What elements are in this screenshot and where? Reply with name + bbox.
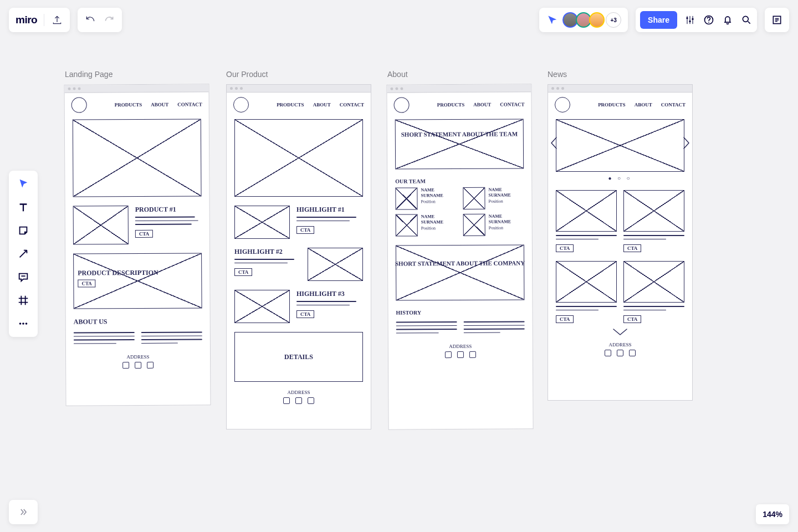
- expand-panel-icon[interactable]: [9, 500, 38, 524]
- frame-news[interactable]: PRODUCTSABOUTCONTACT ● ○ ○ CTA CTA: [548, 84, 693, 401]
- frame-label[interactable]: Landing Page: [65, 70, 112, 79]
- footer-address: ADDRESS: [388, 343, 533, 349]
- avatar[interactable]: [589, 12, 605, 28]
- cta-button: CTA: [623, 244, 641, 252]
- cursor-icon[interactable]: [546, 14, 558, 26]
- heading: HIGHLIGHT #3: [296, 290, 363, 298]
- heading: OUR TEAM: [395, 177, 524, 184]
- cta-button: CTA: [234, 268, 252, 276]
- image-placeholder: [396, 244, 525, 300]
- settings-icon[interactable]: [684, 14, 696, 26]
- image-placeholder: [395, 119, 524, 169]
- cta-button: CTA: [623, 315, 641, 323]
- heading: PRODUCT #1: [135, 205, 202, 214]
- frame-landing-page[interactable]: PRODUCTSABOUTCONTACT PRODUCT #1 CTA PROD…: [64, 84, 211, 406]
- heading: HIGHLIGHT #2: [234, 248, 301, 256]
- svg-point-5: [743, 16, 748, 22]
- search-icon[interactable]: [740, 14, 753, 26]
- social-icon: [445, 351, 452, 358]
- image-placeholder: [623, 190, 684, 232]
- social-icon: [605, 350, 611, 356]
- heading: SHORT STATEMENT ABOUT THE TEAM: [387, 130, 531, 139]
- heading: SHORT STATEMENT ABOUT THE COMPANY: [388, 259, 532, 268]
- frame-about[interactable]: PRODUCTSABOUTCONTACT SHORT STATEMENT ABO…: [386, 84, 533, 429]
- image-placeholder: [556, 190, 617, 232]
- avatar-placeholder: [396, 214, 418, 236]
- carousel-image-placeholder: [556, 119, 684, 172]
- social-icon: [457, 351, 464, 358]
- avatar-stack[interactable]: +3: [565, 12, 621, 28]
- bell-icon[interactable]: [722, 14, 734, 26]
- canvas[interactable]: Landing Page PRODUCTSABOUTCONTACT PRODUC…: [0, 55, 798, 477]
- chevron-left-icon: [549, 136, 559, 150]
- cta-button: CTA: [78, 279, 95, 287]
- image-placeholder: [73, 206, 129, 245]
- logo-placeholder: [555, 97, 570, 112]
- undo-icon[interactable]: [84, 14, 96, 26]
- export-icon[interactable]: [51, 14, 63, 26]
- avatar-overflow[interactable]: +3: [606, 12, 621, 28]
- svg-point-0: [686, 17, 688, 19]
- heading: ABOUT US: [74, 317, 202, 326]
- actions-group: Share: [636, 8, 757, 32]
- footer-address: ADDRESS: [66, 354, 210, 360]
- cta-button: CTA: [296, 310, 314, 318]
- social-icon: [629, 350, 636, 356]
- avatar-placeholder: [463, 187, 485, 209]
- carousel-dots: ● ○ ○: [556, 175, 684, 181]
- frame-label[interactable]: Our Product: [226, 70, 268, 79]
- cta-button: CTA: [135, 229, 153, 237]
- undo-redo-group: [78, 8, 122, 32]
- footer-address: ADDRESS: [548, 342, 692, 347]
- cta-button: CTA: [556, 315, 574, 323]
- logo-placeholder: [393, 97, 409, 112]
- heading: HIGHLIGHT #1: [296, 206, 363, 214]
- svg-point-4: [708, 22, 709, 23]
- chevron-down-icon: [548, 328, 692, 339]
- hero-image-placeholder: [73, 119, 202, 197]
- cta-button: CTA: [556, 244, 574, 252]
- help-icon[interactable]: [703, 14, 715, 26]
- app-menu[interactable]: miro: [9, 8, 70, 32]
- miro-logo: miro: [16, 14, 37, 26]
- social-icon: [308, 397, 314, 404]
- frame-label[interactable]: News: [548, 70, 567, 79]
- social-icon: [135, 362, 141, 369]
- social-icon: [147, 362, 154, 369]
- social-icon: [469, 351, 476, 358]
- redo-icon[interactable]: [103, 14, 115, 26]
- svg-point-2: [692, 18, 693, 20]
- share-button[interactable]: Share: [640, 11, 677, 29]
- image-placeholder: [623, 261, 684, 303]
- collaboration-group: +3: [539, 8, 628, 32]
- heading: PRODUCT DESCRIPTION: [78, 269, 158, 278]
- hero-image-placeholder: [234, 119, 363, 197]
- social-icon: [283, 397, 290, 404]
- frame-our-product[interactable]: PRODUCTSABOUTCONTACT HIGHLIGHT #1 CTA HI…: [226, 84, 371, 429]
- image-placeholder: [234, 206, 290, 239]
- activity-icon[interactable]: [765, 8, 789, 32]
- frame-label[interactable]: About: [387, 70, 408, 79]
- avatar-placeholder: [463, 214, 485, 236]
- image-placeholder: [556, 261, 617, 303]
- zoom-level[interactable]: 144%: [756, 504, 789, 524]
- svg-point-1: [689, 21, 690, 22]
- cta-button: CTA: [296, 226, 314, 234]
- social-icon: [122, 362, 129, 369]
- logo-placeholder: [233, 97, 249, 112]
- details-block: DETAILS: [234, 332, 363, 382]
- avatar-placeholder: [395, 187, 417, 209]
- footer-address: ADDRESS: [227, 390, 371, 395]
- heading: HISTORY: [396, 309, 524, 315]
- social-icon: [617, 350, 623, 356]
- image-placeholder: [308, 248, 363, 281]
- chevron-right-icon: [681, 136, 691, 150]
- image-placeholder: [234, 290, 290, 323]
- social-icon: [295, 397, 302, 404]
- logo-placeholder: [71, 97, 87, 112]
